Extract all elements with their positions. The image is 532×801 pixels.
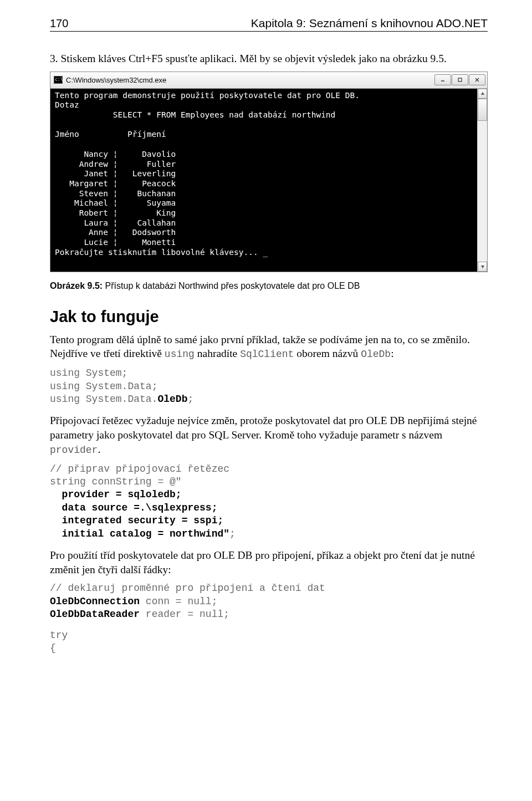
code-block-2: // připrav připojovací řetězec string co…: [50, 463, 488, 540]
cmd-title: C:\Windows\system32\cmd.exe: [66, 76, 166, 84]
caption-label: Obrázek 9.5:: [50, 281, 103, 290]
cmd-window: C:\Windows\system32\cmd.exe Tento progra…: [50, 72, 488, 272]
figure-caption: Obrázek 9.5: Přístup k databázi Northwin…: [50, 281, 488, 291]
code-block-3: // deklaruj proměnné pro připojení a čte…: [50, 582, 488, 621]
paragraph-2: Připojovací řetězec vyžaduje nejvíce změ…: [50, 414, 488, 457]
caption-text: Přístup k databázi Northwind přes poskyt…: [103, 281, 360, 290]
close-button[interactable]: [469, 74, 485, 85]
page-number: 170: [50, 17, 68, 30]
cmd-scrollbar[interactable]: [477, 89, 487, 272]
scroll-down-button[interactable]: [478, 262, 487, 272]
chapter-title: Kapitola 9: Seznámení s knihovnou ADO.NE…: [251, 17, 488, 30]
step-3-text: 3. Stiskem kláves Ctrl+F5 spusťte aplika…: [50, 52, 488, 66]
paragraph-3: Pro použití tříd poskytovatele dat pro O…: [50, 548, 488, 576]
inline-code-sqlclient: SqlClient: [240, 349, 294, 360]
paragraph-1: Tento program dělá úplně to samé jako pr…: [50, 333, 488, 361]
scroll-up-button[interactable]: [478, 89, 487, 99]
code-block-4: try {: [50, 629, 488, 655]
page-header: 170 Kapitola 9: Seznámení s knihovnou AD…: [50, 17, 488, 32]
inline-code-oledb: OleDb: [361, 349, 391, 360]
scroll-thumb[interactable]: [478, 99, 487, 121]
svg-marker-4: [481, 92, 484, 95]
code-block-1: using System; using System.Data; using S…: [50, 367, 488, 406]
cmd-output: Tento program demonstruje použití poskyt…: [50, 89, 487, 272]
section-heading: Jak to funguje: [50, 308, 488, 326]
minimize-button[interactable]: [434, 74, 451, 85]
cmd-icon: [54, 76, 63, 84]
svg-rect-1: [458, 78, 462, 81]
cmd-titlebar: C:\Windows\system32\cmd.exe: [50, 72, 487, 89]
inline-code-provider: provider: [50, 445, 98, 456]
svg-marker-5: [481, 266, 484, 268]
inline-code-using: using: [165, 349, 195, 360]
maximize-button[interactable]: [452, 74, 468, 85]
